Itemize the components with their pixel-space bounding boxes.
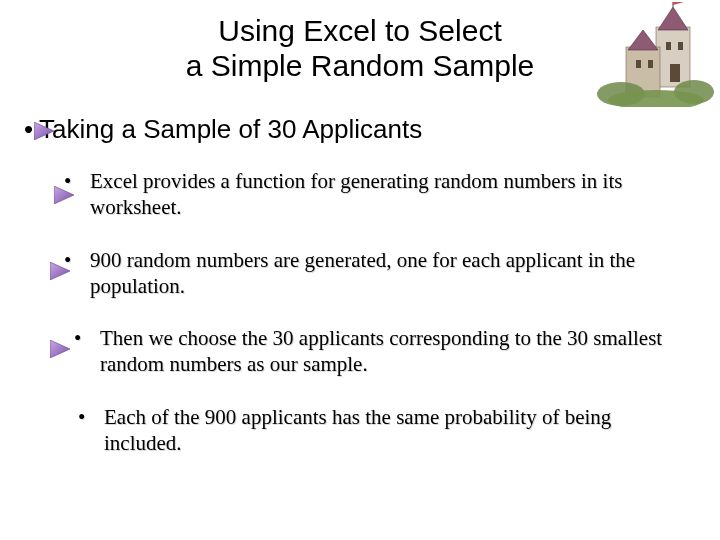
bullet-item: • Then we choose the 30 applicants corre… <box>74 325 664 378</box>
bullet-dot: • <box>74 325 81 351</box>
play-icon <box>50 340 70 358</box>
title-line-2: a Simple Random Sample <box>186 49 535 82</box>
bullet-item: • Each of the 900 applicants has the sam… <box>78 404 664 457</box>
bullet-text: Excel provides a function for generating… <box>90 169 622 219</box>
bullet-text: Then we choose the 30 applicants corresp… <box>100 326 662 376</box>
bullet-item: • Excel provides a function for generati… <box>64 168 664 221</box>
bullet-text: Each of the 900 applicants has the same … <box>104 405 611 455</box>
slide-title: Using Excel to Select a Simple Random Sa… <box>0 14 720 83</box>
svg-marker-14 <box>34 122 54 140</box>
bullet-item: • 900 random numbers are generated, one … <box>64 247 664 300</box>
play-icon <box>50 262 70 280</box>
bullet-text: 900 random numbers are generated, one fo… <box>90 248 635 298</box>
svg-marker-15 <box>54 186 74 204</box>
svg-marker-16 <box>50 262 70 280</box>
bullet-list: • Excel provides a function for generati… <box>64 168 664 482</box>
play-icon <box>34 122 54 140</box>
subheading-text: Taking a Sample of 30 Applicants <box>39 114 422 144</box>
title-line-1: Using Excel to Select <box>218 14 501 47</box>
bullet-dot: • <box>24 114 33 144</box>
play-icon <box>54 186 74 204</box>
subheading: •Taking a Sample of 30 Applicants <box>24 114 422 145</box>
bullet-dot: • <box>78 404 85 430</box>
svg-marker-5 <box>673 2 684 5</box>
svg-marker-17 <box>50 340 70 358</box>
